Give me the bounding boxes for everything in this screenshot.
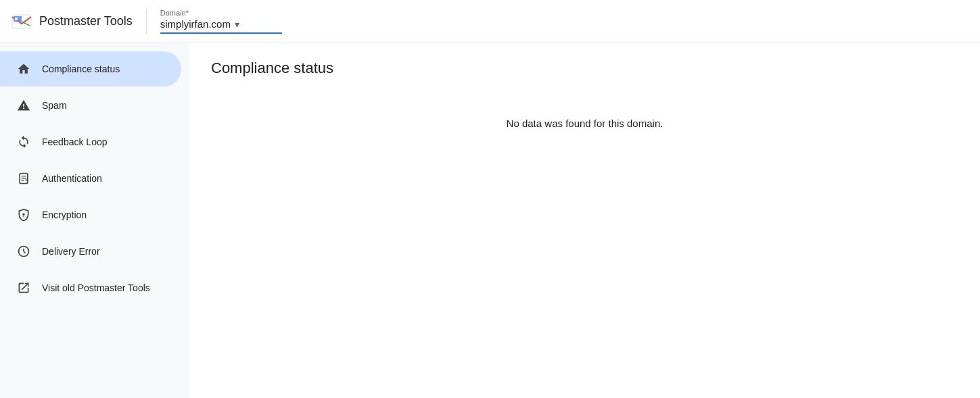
sidebar-item-label: Authentication	[42, 173, 102, 184]
header-divider	[146, 9, 147, 34]
sidebar-item-authentication[interactable]: Authentication	[0, 161, 181, 196]
sidebar-item-label: Spam	[42, 100, 67, 111]
svg-line-11	[24, 251, 26, 253]
app-logo-icon	[11, 11, 32, 32]
domain-selector[interactable]: Domain* simplyirfan.com ▾	[160, 9, 282, 34]
shield-icon	[16, 207, 31, 222]
svg-point-7	[22, 214, 24, 216]
app-logo[interactable]: Postmaster Tools	[11, 11, 133, 32]
app-header: Postmaster Tools Domain* simplyirfan.com…	[0, 0, 980, 43]
sidebar-item-label: Visit old Postmaster Tools	[42, 282, 150, 293]
authentication-icon	[16, 171, 31, 186]
clock-icon	[16, 244, 31, 259]
home-icon	[16, 61, 31, 76]
domain-dropdown[interactable]: simplyirfan.com ▾	[160, 18, 282, 34]
main-content: Compliance status No data was found for …	[189, 43, 980, 398]
svg-rect-2	[15, 18, 18, 20]
sidebar: Compliance status Spam Feedback Loop	[0, 43, 189, 398]
feedback-loop-icon	[16, 134, 31, 149]
page-title: Compliance status	[211, 59, 958, 77]
sidebar-item-label: Encryption	[42, 209, 87, 220]
sidebar-item-label: Feedback Loop	[42, 136, 108, 147]
sidebar-item-encryption[interactable]: Encryption	[0, 197, 181, 232]
external-link-icon	[16, 280, 31, 295]
sidebar-item-label: Compliance status	[42, 64, 120, 74]
app-title: Postmaster Tools	[39, 14, 133, 28]
app-layout: Compliance status Spam Feedback Loop	[0, 43, 980, 398]
sidebar-item-label: Delivery Error	[42, 246, 100, 257]
domain-value: simplyirfan.com	[160, 18, 231, 30]
sidebar-item-compliance-status[interactable]: Compliance status	[0, 51, 181, 86]
sidebar-item-delivery-error[interactable]: Delivery Error	[0, 234, 181, 269]
dropdown-arrow-icon: ▾	[235, 19, 239, 30]
domain-label: Domain*	[160, 9, 282, 17]
sidebar-item-spam[interactable]: Spam	[0, 88, 181, 123]
sidebar-item-visit-old[interactable]: Visit old Postmaster Tools	[0, 270, 181, 305]
warning-triangle-icon	[16, 98, 31, 113]
no-data-message: No data was found for this domain.	[211, 118, 958, 129]
sidebar-item-feedback-loop[interactable]: Feedback Loop	[0, 124, 181, 159]
